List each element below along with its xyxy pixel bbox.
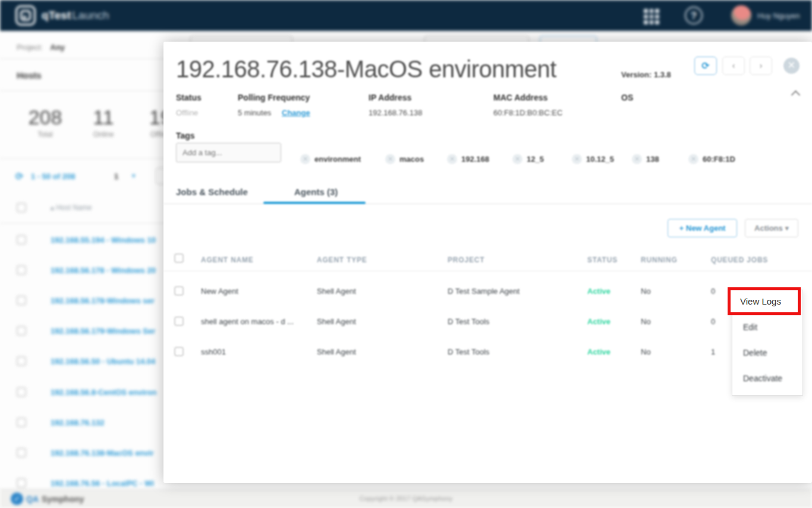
agent-running: No bbox=[641, 317, 651, 326]
view-logs-menu-item[interactable]: View Logs bbox=[728, 287, 801, 315]
refresh-icon[interactable]: ⟳ bbox=[15, 171, 23, 182]
agent-running: No bbox=[641, 347, 651, 356]
change-link[interactable]: Change bbox=[282, 108, 310, 117]
edit-menu-item[interactable]: Edit bbox=[743, 322, 757, 332]
agent-row-checkbox[interactable] bbox=[174, 286, 184, 296]
divider bbox=[0, 158, 178, 159]
row-checkbox[interactable] bbox=[17, 296, 26, 305]
tabs-divider bbox=[163, 203, 812, 204]
next-host-button[interactable]: › bbox=[750, 57, 772, 75]
remove-tag-icon[interactable]: ✕ bbox=[572, 154, 582, 164]
qtest-launch-logo[interactable]: qTestLaunch bbox=[15, 5, 109, 26]
host-link[interactable]: 192.168.56.178-Windows ser bbox=[51, 296, 155, 305]
refresh-button[interactable]: ⟳ bbox=[694, 57, 717, 75]
tag-chip: ✕environment bbox=[300, 154, 361, 164]
divider bbox=[0, 90, 178, 91]
row-checkbox[interactable] bbox=[17, 478, 26, 488]
project-value: Any bbox=[51, 43, 65, 52]
agent-project: D Test Tools bbox=[448, 347, 489, 356]
col-agent-name[interactable]: AGENT NAME bbox=[201, 256, 254, 264]
tag-label: macos bbox=[399, 155, 424, 164]
apps-grid-icon[interactable] bbox=[644, 9, 659, 24]
remove-tag-icon[interactable]: ✕ bbox=[512, 154, 523, 164]
row-checkbox[interactable] bbox=[17, 418, 26, 427]
remove-tag-icon[interactable]: ✕ bbox=[447, 154, 457, 164]
host-link[interactable]: 192.168.56.178 - Windows 20 bbox=[51, 266, 156, 275]
divider bbox=[0, 223, 178, 224]
agent-context-menu: View Logs Edit Delete Deactivate bbox=[732, 290, 803, 396]
row-checkbox[interactable] bbox=[17, 387, 26, 397]
tag-label: environment bbox=[314, 155, 361, 164]
agent-project: D Test Tools bbox=[448, 317, 489, 326]
mac-value: 60:F8:1D:B0:BC:EC bbox=[493, 108, 562, 117]
host-link[interactable]: 192.168.56.50 - Ubuntu 14.04 bbox=[51, 357, 155, 366]
remove-tag-icon[interactable]: ✕ bbox=[632, 154, 642, 164]
tab-jobs-schedule[interactable]: Jobs & Schedule bbox=[176, 187, 248, 197]
agents-select-all-checkbox[interactable] bbox=[174, 253, 184, 263]
host-name-header[interactable]: ▴ Host Name bbox=[51, 203, 92, 212]
prev-host-button[interactable]: ‹ bbox=[722, 57, 745, 75]
user-name[interactable]: Huy Nguyen bbox=[757, 11, 800, 20]
remove-tag-icon[interactable]: ✕ bbox=[300, 154, 310, 164]
agent-status: Active bbox=[587, 317, 610, 326]
agent-row-checkbox[interactable] bbox=[174, 347, 184, 356]
host-link[interactable]: 192.168.76.56 - LocalPC - Wi bbox=[51, 479, 154, 488]
agent-name[interactable]: shell agent on macos - d ... bbox=[201, 317, 294, 326]
row-checkbox[interactable] bbox=[17, 326, 26, 335]
tags-label: Tags bbox=[176, 131, 195, 140]
col-project[interactable]: PROJECT bbox=[448, 256, 484, 264]
project-label: Project: bbox=[17, 43, 43, 52]
pagination-range: 1 - 50 of 208 bbox=[31, 172, 75, 181]
collapse-chevron-icon[interactable] bbox=[791, 90, 801, 100]
agent-name[interactable]: New Agent bbox=[201, 287, 238, 296]
col-status[interactable]: STATUS bbox=[587, 256, 618, 264]
row-checkbox[interactable] bbox=[17, 265, 26, 275]
status-field: Status Offline bbox=[176, 93, 202, 117]
user-avatar[interactable] bbox=[731, 5, 751, 26]
page-number[interactable]: 1 bbox=[114, 172, 118, 181]
host-link[interactable]: 192.168.55.194 - Windows 10 bbox=[51, 236, 156, 244]
close-icon[interactable]: ✕ bbox=[783, 58, 800, 74]
tag-chip: ✕138 bbox=[632, 154, 659, 164]
host-link[interactable]: 192.168.56.179-Windows Ser bbox=[51, 327, 155, 335]
row-checkbox[interactable] bbox=[17, 235, 26, 244]
project-selector[interactable]: Project: Any bbox=[17, 42, 65, 52]
polling-label: Polling Frequency bbox=[238, 93, 310, 102]
host-link[interactable]: 192.168.56.8-CentOS environ bbox=[51, 388, 156, 397]
page-caret-icon[interactable]: ▾ bbox=[132, 172, 136, 180]
col-running[interactable]: RUNNING bbox=[641, 256, 678, 264]
actions-button[interactable]: Actions ▾ bbox=[745, 219, 798, 237]
ip-label: IP Address bbox=[369, 93, 422, 102]
status-label: Status bbox=[176, 93, 202, 102]
top-navbar: qTestLaunch ? Huy Nguyen bbox=[0, 0, 812, 31]
row-checkbox[interactable] bbox=[17, 448, 26, 457]
row-checkbox[interactable] bbox=[17, 356, 26, 366]
tag-label: 192.168 bbox=[461, 155, 489, 164]
new-agent-button[interactable]: + New Agent bbox=[668, 219, 737, 237]
help-icon[interactable]: ? bbox=[685, 7, 703, 24]
host-link[interactable]: 192.168.76.132 bbox=[51, 418, 104, 427]
mac-address-field: MAC Address 60:F8:1D:B0:BC:EC bbox=[493, 93, 562, 117]
divider bbox=[0, 58, 178, 59]
select-all-checkbox[interactable] bbox=[17, 203, 26, 212]
polling-frequency-field: Polling Frequency 5 minutes Change bbox=[238, 93, 310, 117]
host-link[interactable]: 192.168.76.138-MacOS envir bbox=[51, 449, 153, 457]
host-detail-modal: 192.168.76.138-MacOS environment Version… bbox=[163, 42, 812, 483]
tag-label: 12_5 bbox=[527, 155, 544, 164]
tab-agents[interactable]: Agents (3) bbox=[294, 187, 338, 197]
delete-menu-item[interactable]: Delete bbox=[743, 348, 767, 358]
agent-row-checkbox[interactable] bbox=[174, 316, 184, 326]
deactivate-menu-item[interactable]: Deactivate bbox=[743, 374, 782, 383]
brand-secondary: Launch bbox=[72, 9, 109, 21]
add-tag-input[interactable] bbox=[176, 143, 281, 162]
col-queued-jobs[interactable]: QUEUED JOBS bbox=[711, 256, 768, 264]
agent-status: Active bbox=[587, 287, 610, 296]
agent-type: Shell Agent bbox=[317, 347, 356, 356]
remove-tag-icon[interactable]: ✕ bbox=[385, 154, 395, 164]
col-agent-type[interactable]: AGENT TYPE bbox=[317, 256, 367, 264]
ip-address-field: IP Address 192.168.76.138 bbox=[369, 93, 422, 117]
agent-running: No bbox=[641, 287, 651, 296]
agent-name[interactable]: ssh001 bbox=[201, 347, 226, 356]
remove-tag-icon[interactable]: ✕ bbox=[688, 154, 698, 164]
agent-queued: 0 bbox=[711, 317, 715, 326]
